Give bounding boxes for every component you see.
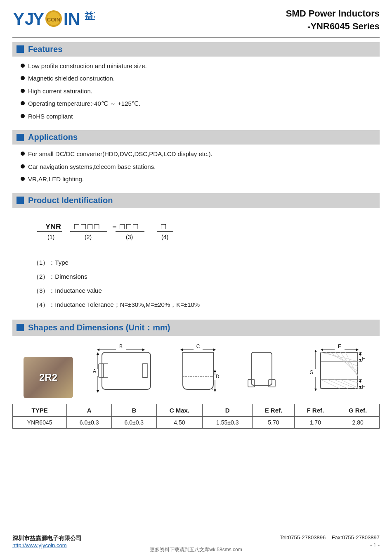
bullet-icon	[21, 64, 25, 68]
bullet-icon	[21, 76, 25, 80]
features-title: Features	[28, 45, 62, 54]
svg-text:F: F	[362, 384, 365, 390]
product-id-square-icon	[17, 197, 24, 204]
svg-text:－: －	[111, 223, 118, 231]
component-photo: 2R2	[24, 357, 73, 398]
svg-marker-46	[214, 370, 216, 372]
svg-marker-24	[97, 349, 99, 351]
svg-marker-88	[359, 379, 361, 382]
table-header-c: C Max.	[156, 404, 202, 416]
svg-line-70	[340, 352, 358, 376]
table-header-d: D	[203, 404, 253, 416]
title-line1: SMD Power Inductors	[286, 7, 380, 20]
svg-text:Y: Y	[33, 10, 44, 28]
bullet-icon	[21, 164, 25, 168]
features-list: Low profile construction and miniature s…	[12, 60, 380, 126]
table-header-a: A	[67, 404, 112, 416]
svg-rect-64	[321, 352, 358, 389]
svg-text:F: F	[362, 356, 365, 362]
table-cell-d: 1.55±0.3	[203, 416, 253, 428]
svg-text:IN: IN	[64, 10, 80, 28]
svg-text:COIN: COIN	[47, 17, 61, 23]
svg-text:□: □	[161, 222, 166, 231]
svg-text:(2): (2)	[85, 234, 92, 240]
svg-marker-47	[214, 389, 216, 392]
svg-text:Y: Y	[13, 10, 24, 28]
svg-marker-89	[359, 386, 361, 389]
svg-text:D: D	[216, 374, 220, 379]
product-id-diagram: YNR (1) □□□□ (2) － □□□ (3) □ (4)	[12, 211, 380, 254]
page-header: Y J Y COIN IN 益嘉源 SMD Power Inductors -Y…	[12, 7, 380, 38]
footer-tel: Tel:0755-27803896	[280, 534, 326, 541]
svg-rect-72	[321, 379, 358, 389]
svg-rect-36	[99, 364, 104, 377]
svg-text:□□□□: □□□□	[74, 222, 101, 231]
list-item: Low profile construction and miniature s…	[21, 62, 380, 71]
diagram-efg-svg: E F F G	[302, 343, 368, 397]
shapes-diagrams-row: 2R2 B A	[12, 339, 380, 398]
list-item: Magnetic shielded construction.	[21, 74, 380, 83]
title-line2: -YNR6045 Series	[286, 20, 380, 33]
bullet-icon	[21, 114, 25, 118]
annotation-1: （1）：Type	[33, 258, 367, 268]
table-cell-e: 5.70	[253, 416, 295, 428]
shapes-square-icon	[17, 324, 24, 331]
applications-square-icon	[17, 134, 24, 141]
product-id-svg: YNR (1) □□□□ (2) － □□□ (3) □ (4)	[33, 218, 264, 251]
svg-marker-92	[314, 350, 317, 352]
bullet-icon	[21, 152, 25, 156]
table-cell-g: 2.80	[336, 416, 380, 428]
diagram-front-svg	[239, 343, 284, 397]
svg-marker-29	[97, 352, 99, 355]
table-cell-type: YNR6045	[13, 416, 67, 428]
svg-text:B: B	[119, 344, 123, 349]
table-header-f: F Ref.	[295, 404, 336, 416]
table-cell-c: 4.50	[156, 416, 202, 428]
svg-marker-60	[356, 349, 359, 351]
table-cell-b: 6.0±0.3	[112, 416, 157, 428]
annotation-2: （2）：Dimensions	[33, 272, 367, 282]
logo-area: Y J Y COIN IN 益嘉源	[12, 7, 95, 30]
list-item: RoHS compliant	[21, 112, 380, 121]
applications-title: Applications	[28, 133, 78, 142]
diagram-efg: E F F G	[302, 343, 368, 398]
svg-line-67	[326, 352, 358, 366]
table-header-b: B	[112, 404, 157, 416]
footer-contact: Tel:0755-27803896 Fax:0755-27803897	[280, 534, 380, 541]
bullet-icon	[21, 89, 25, 93]
product-id-annotations: （1）：Type （2）：Dimensions （3）：Inductance v…	[12, 254, 380, 318]
table-cell-f: 1.70	[295, 416, 336, 428]
bullet-icon	[21, 177, 25, 181]
footer-fax: Fax:0755-27803897	[332, 534, 380, 541]
list-item: Car navigation systems,telecom base stat…	[21, 162, 380, 172]
annotation-3: （3）：Inductance value	[33, 286, 367, 296]
svg-line-77	[347, 379, 358, 383]
svg-marker-82	[359, 352, 361, 355]
company-name: 深圳市益嘉源电子有限公司	[12, 535, 82, 542]
svg-text:A: A	[93, 368, 96, 374]
list-item: VR,AR,LED lighting.	[21, 175, 380, 184]
svg-text:(4): (4)	[161, 234, 168, 240]
svg-text:G: G	[309, 370, 313, 375]
svg-marker-25	[142, 349, 145, 351]
list-item: Operating temperature:-40℃ ～ +125℃.	[21, 99, 380, 109]
svg-marker-83	[359, 359, 361, 361]
header-title: SMD Power Inductors -YNR6045 Series	[286, 7, 380, 33]
diagram-cd-svg: C D	[175, 343, 221, 397]
features-section-header: Features	[12, 42, 380, 57]
svg-marker-30	[97, 390, 99, 393]
svg-marker-93	[314, 389, 317, 391]
table-row: YNR6045 6.0±0.3 6.0±0.3 4.50 1.55±0.3 5.…	[13, 416, 380, 428]
svg-marker-59	[321, 349, 323, 351]
product-id-section-header: Product Identification	[12, 193, 380, 208]
svg-text:(1): (1)	[47, 234, 54, 240]
table-cell-a: 6.0±0.3	[67, 416, 112, 428]
product-id-title: Product Identification	[28, 196, 113, 205]
annotation-4: （4）：Inductance Tolerance；N=±30%,M=±20%，K…	[33, 300, 367, 310]
bullet-icon	[21, 101, 25, 105]
logo-icon: Y J Y COIN IN 益嘉源	[12, 7, 95, 30]
svg-rect-37	[142, 364, 147, 377]
svg-marker-41	[180, 349, 183, 351]
svg-rect-31	[102, 352, 151, 389]
list-item: For small DC/DC converter(HDD,DVC,DSC,PD…	[21, 149, 380, 159]
